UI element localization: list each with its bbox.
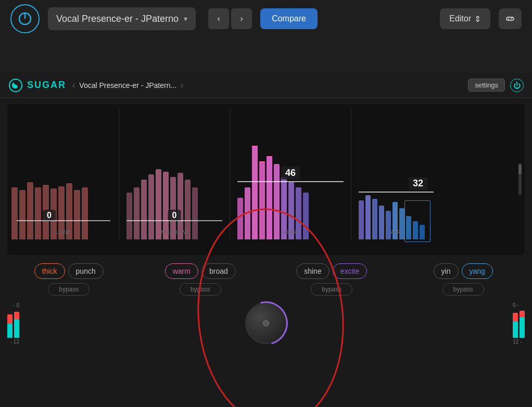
excite-button[interactable]: excite [333, 263, 368, 279]
high-bypass-button[interactable]: bypass [311, 283, 352, 296]
air-band-bars: 32 AIR [354, 195, 438, 239]
air-selection-box [404, 200, 430, 242]
plugin-nav-right-icon[interactable]: › [181, 81, 183, 90]
logo-text: SUGAR [27, 80, 66, 91]
right-meter-bar-2 [520, 311, 525, 338]
warm-button[interactable]: warm [165, 263, 198, 279]
scroll-thumb [518, 164, 522, 174]
bar [141, 180, 147, 239]
left-meter-bar-2 [14, 312, 19, 338]
bar [252, 146, 258, 239]
band-separator-2 [230, 109, 230, 239]
visualizer: 0 LOW 0 MEDIUM [7, 104, 525, 255]
plugin-main: 0 LOW 0 MEDIUM [0, 104, 532, 347]
medium-band-control: warm broad bypass [139, 263, 262, 296]
bar-peak-marker [252, 146, 258, 147]
band-separator-1 [119, 109, 119, 239]
main-knob-area [30, 302, 502, 344]
plugin-nav-left-icon[interactable]: ‹ [72, 81, 75, 90]
knob-ring [236, 294, 296, 353]
plugin-preset-name: Vocal Presence-er - JPatern... [79, 81, 176, 90]
power-small-icon: ⏻ [513, 81, 521, 90]
top-bar: Vocal Presence-er - JPaterno ▾ ‹ › Compa… [0, 0, 532, 73]
low-band-control: thick punch bypass [7, 263, 131, 296]
bar [359, 200, 364, 239]
bar [11, 187, 18, 239]
nav-back-button[interactable]: ‹ [208, 8, 229, 29]
plugin-bar-right: settings ⏻ [468, 79, 524, 92]
air-band-value: 32 [409, 177, 427, 190]
top-bar-row1: Vocal Presence-er - JPaterno ▾ ‹ › Compa… [0, 0, 532, 37]
bar [237, 198, 243, 239]
plugin-power-button[interactable]: ⏻ [510, 79, 524, 92]
medium-band-label: MEDIUM [161, 229, 188, 235]
bar [82, 187, 88, 239]
bar [35, 187, 41, 239]
low-band-label: LOW [56, 229, 70, 235]
medium-bypass-button[interactable]: bypass [180, 283, 221, 296]
yang-button[interactable]: yang [462, 263, 493, 279]
bar [27, 182, 33, 239]
bar [19, 190, 26, 239]
shine-button[interactable]: shine [296, 263, 329, 279]
scroll-indicator[interactable] [518, 164, 522, 195]
low-bypass-button[interactable]: bypass [48, 283, 90, 296]
nav-buttons: ‹ › [208, 8, 252, 29]
high-band-control: shine excite bypass [270, 263, 394, 296]
band-separator-3 [351, 109, 351, 239]
broad-button[interactable]: broad [201, 263, 236, 279]
left-meter-label-mid: - 12 [7, 339, 19, 345]
high-band-buttons: shine excite [296, 263, 367, 279]
left-meter-label-top: - 0 [7, 302, 19, 308]
editor-button[interactable]: Editor ⇕ [440, 8, 490, 29]
bar [245, 187, 250, 239]
bar [303, 193, 309, 239]
air-band-line [359, 192, 434, 193]
nav-forward-button[interactable]: › [231, 8, 252, 29]
compare-button[interactable]: Compare [260, 8, 318, 29]
sugar-logo: SUGAR [8, 78, 66, 93]
right-meter-label-top: 0 - [513, 302, 525, 308]
high-band-label: HIGH [282, 229, 299, 235]
air-bypass-button[interactable]: bypass [442, 283, 484, 296]
right-meters: 0 - 12 - [513, 302, 525, 345]
medium-band-line [126, 220, 222, 221]
bar [267, 156, 272, 239]
high-band-line [237, 181, 344, 182]
controls-row: thick punch bypass warm broad bypass shi… [0, 261, 532, 300]
low-band-line [17, 220, 110, 221]
bar [372, 199, 377, 239]
bar [156, 169, 161, 239]
yin-button[interactable]: yin [434, 263, 459, 279]
punch-button[interactable]: punch [68, 263, 104, 279]
left-meter-bars [7, 309, 19, 338]
low-band-bars: 0 LOW [11, 182, 116, 239]
settings-button[interactable]: settings [468, 79, 505, 92]
link-button[interactable] [499, 8, 522, 29]
bar [126, 193, 132, 239]
preset-dropdown[interactable]: Vocal Presence-er - JPaterno ▾ [48, 7, 196, 30]
bar [365, 195, 371, 239]
low-band-value: 0 [43, 210, 56, 221]
main-knob[interactable] [245, 302, 287, 344]
power-button-top[interactable] [10, 4, 40, 33]
air-band-control: yin yang bypass [402, 263, 525, 296]
bar [274, 164, 280, 239]
medium-band-value: 0 [168, 210, 181, 221]
bottom-section: - 0 - 12 0 - 12 - [0, 300, 532, 347]
dropdown-arrow-icon: ▾ [184, 15, 187, 23]
right-meter-bar-1 [513, 313, 518, 338]
high-band-value: 46 [281, 167, 300, 180]
bar-peak-marker [267, 156, 272, 157]
editor-label: Editor [449, 14, 471, 23]
bar [192, 187, 198, 239]
bar [74, 190, 80, 239]
bar [259, 161, 265, 239]
medium-band-bars: 0 MEDIUM [122, 169, 226, 239]
thick-button[interactable]: thick [34, 263, 65, 279]
right-meter-bars [513, 309, 525, 338]
bar [148, 174, 154, 239]
editor-arrows-icon: ⇕ [474, 14, 481, 24]
air-band-buttons: yin yang [434, 263, 493, 279]
low-band-buttons: thick punch [34, 263, 104, 279]
